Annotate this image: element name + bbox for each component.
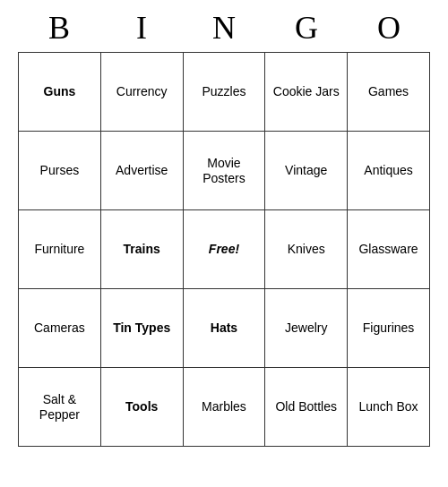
cell-r2-c2: Free!	[183, 210, 265, 289]
bingo-header: BINGO	[18, 0, 430, 52]
cell-r0-c1: Currency	[100, 53, 183, 132]
cell-r3-c4: Figurines	[348, 289, 430, 368]
cell-r1-c4: Antiques	[348, 132, 430, 210]
cell-r4-c3: Old Bottles	[265, 368, 348, 447]
cell-r1-c3: Vintage	[265, 132, 348, 210]
cell-r2-c3: Knives	[265, 210, 348, 289]
cell-r1-c0: Purses	[19, 132, 101, 210]
cell-r3-c2: Hats	[183, 289, 265, 368]
bingo-letter-b: B	[21, 9, 98, 47]
cell-r0-c4: Games	[348, 53, 430, 132]
cell-r4-c1: Tools	[100, 368, 183, 447]
bingo-grid: GunsCurrencyPuzzlesCookie JarsGamesPurse…	[18, 52, 430, 447]
cell-r0-c2: Puzzles	[183, 53, 265, 132]
cell-r0-c0: Guns	[19, 53, 101, 132]
bingo-letter-i: I	[103, 9, 180, 47]
cell-r2-c1: Trains	[100, 210, 183, 289]
cell-r1-c2: Movie Posters	[183, 132, 265, 210]
cell-r0-c3: Cookie Jars	[265, 53, 348, 132]
cell-r4-c0: Salt & Pepper	[19, 368, 101, 447]
cell-r1-c1: Advertise	[100, 132, 183, 210]
bingo-letter-g: G	[268, 9, 345, 47]
cell-r4-c2: Marbles	[183, 368, 265, 447]
bingo-letter-n: N	[185, 9, 263, 47]
bingo-letter-o: O	[350, 9, 427, 47]
cell-r3-c1: Tin Types	[100, 289, 183, 368]
cell-r4-c4: Lunch Box	[348, 368, 430, 447]
cell-r3-c3: Jewelry	[265, 289, 348, 368]
cell-r2-c4: Glassware	[348, 210, 430, 289]
cell-r2-c0: Furniture	[19, 210, 101, 289]
cell-r3-c0: Cameras	[19, 289, 101, 368]
